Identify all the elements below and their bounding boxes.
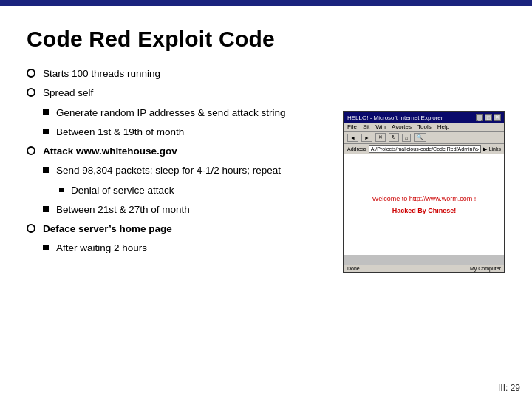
browser-menubar: File Sit Win Avortes Tools Help xyxy=(344,123,504,132)
refresh-button[interactable]: ↻ xyxy=(389,133,399,142)
list-item: Deface server’s home page xyxy=(27,222,331,236)
bullet-circle-icon xyxy=(27,146,35,155)
browser-statusbar: Done My Computer xyxy=(344,265,504,272)
bullet-text: Between 1st & 19th of month xyxy=(56,125,184,140)
bullet-square-icon xyxy=(43,129,49,134)
bullet-square-icon xyxy=(43,206,49,212)
list-item: After waiting 2 hours xyxy=(43,241,331,256)
browser-window-controls: _ □ ✕ xyxy=(476,114,501,121)
list-item: Between 21st & 27th of month xyxy=(43,202,331,217)
bullet-text: Attack www.whitehouse.gov xyxy=(43,144,177,159)
list-item: Denial of service attack xyxy=(59,183,331,198)
list-item: Generate random IP addresses & send atta… xyxy=(43,106,331,120)
address-label: Address xyxy=(347,146,366,151)
menu-file[interactable]: File xyxy=(347,123,357,130)
menu-sit[interactable]: Sit xyxy=(363,123,369,130)
list-item: Send 98,304 packets; sleep for 4-1/2 hou… xyxy=(43,163,331,178)
content-area: Starts 100 threads running Spread self G… xyxy=(27,66,505,273)
list-item: Between 1st & 19th of month xyxy=(43,125,331,140)
bullet-square-icon xyxy=(43,109,49,115)
menu-win[interactable]: Win xyxy=(375,123,386,130)
close-button[interactable]: ✕ xyxy=(494,114,501,121)
text-content: Starts 100 threads running Spread self G… xyxy=(27,66,331,273)
bullet-circle-icon xyxy=(27,88,35,97)
address-input[interactable] xyxy=(369,145,481,153)
browser-titlebar: HELLO! - Microsoft Internet Explorer _ □… xyxy=(344,112,504,123)
browser-content: Welcome to http://www.worm.com ! Hacked … xyxy=(344,154,504,255)
top-bar xyxy=(0,0,532,6)
browser-status-text: Done xyxy=(347,266,360,271)
minimize-button[interactable]: _ xyxy=(476,114,483,121)
maximize-button[interactable]: □ xyxy=(485,114,492,121)
bullet-text: Deface server’s home page xyxy=(43,222,172,236)
search-button[interactable]: 🔍 xyxy=(414,133,426,142)
list-item: Attack www.whitehouse.gov xyxy=(27,144,331,159)
browser-content-line1: Welcome to http://www.worm.com ! xyxy=(372,195,476,202)
slide-number: III: 29 xyxy=(498,383,520,393)
browser-addressbar: Address ▶ Links xyxy=(344,144,504,154)
list-item: Spread self xyxy=(27,86,331,100)
menu-tools[interactable]: Tools xyxy=(417,123,432,130)
bullet-text: Send 98,304 packets; sleep for 4-1/2 hou… xyxy=(56,163,281,178)
browser-title-text: HELLO! - Microsoft Internet Explorer xyxy=(347,115,443,121)
browser-screenshot: HELLO! - Microsoft Internet Explorer _ □… xyxy=(343,111,505,273)
list-item: Starts 100 threads running xyxy=(27,66,331,81)
home-button[interactable]: ⌂ xyxy=(402,134,411,142)
links-label: Links xyxy=(489,146,501,151)
menu-help[interactable]: Help xyxy=(437,123,449,130)
bullet-text: Between 21st & 27th of month xyxy=(56,202,190,217)
stop-button[interactable]: ✕ xyxy=(375,133,386,142)
menu-avortes[interactable]: Avortes xyxy=(392,123,412,130)
bullet-small-square-icon xyxy=(59,188,64,192)
browser-toolbar: ◄ ► ✕ ↻ ⌂ 🔍 xyxy=(344,132,504,144)
bullet-text: After waiting 2 hours xyxy=(56,241,147,256)
slide-container: Code Red Exploit Code Starts 100 threads… xyxy=(0,6,532,399)
browser-zone-text: My Computer xyxy=(470,266,501,271)
bullet-circle-icon xyxy=(27,69,35,78)
slide-title: Code Red Exploit Code xyxy=(27,27,505,52)
bullet-circle-icon xyxy=(27,224,35,233)
bullet-text: Denial of service attack xyxy=(71,183,174,198)
bullet-square-icon xyxy=(43,245,49,250)
bullet-text: Starts 100 threads running xyxy=(43,66,160,81)
bullet-square-icon xyxy=(43,167,49,173)
browser-content-line2: Hacked By Chinese! xyxy=(392,207,457,214)
bullet-text: Spread self xyxy=(43,86,93,100)
back-button[interactable]: ◄ xyxy=(347,134,358,142)
bullet-text: Generate random IP addresses & send atta… xyxy=(56,106,285,120)
forward-button[interactable]: ► xyxy=(361,134,372,142)
go-button[interactable]: ▶ xyxy=(483,146,487,152)
